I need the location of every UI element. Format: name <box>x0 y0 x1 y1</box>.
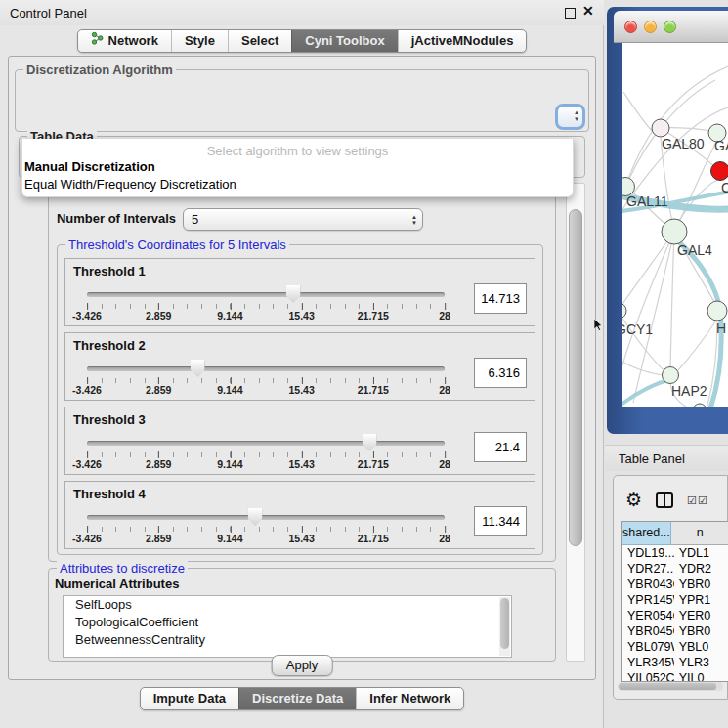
table-row[interactable]: YBL079WYBL0 <box>622 639 728 655</box>
tab-style[interactable]: Style <box>171 30 228 52</box>
cell[interactable]: YER0 <box>674 608 728 623</box>
tab-select[interactable]: Select <box>228 30 291 52</box>
dropdown-option-equal-width-frequency[interactable]: Equal Width/Frequency Discretization <box>22 176 573 193</box>
cell[interactable]: YLR345W <box>622 655 674 670</box>
threshold-2-label: Threshold 2 <box>73 338 146 353</box>
tick-label: 9.144 <box>217 458 242 470</box>
cell[interactable]: YBL079W <box>622 639 674 655</box>
slider-thumb[interactable] <box>248 508 263 526</box>
combo-stepper-icon[interactable]: ▲▼ <box>411 214 417 226</box>
node-h[interactable] <box>707 301 727 321</box>
slider-thumb[interactable] <box>286 285 301 303</box>
tab-discretize-data-label: Discretize Data <box>252 688 343 709</box>
close-icon[interactable]: ✕ <box>582 3 594 19</box>
threshold-4-slider[interactable]: -3.426 2.859 9.144 15.43 21.715 28 <box>87 508 445 545</box>
threshold-2-value-field[interactable]: 6.316 <box>474 358 527 388</box>
node-bottom-partial[interactable] <box>693 404 707 407</box>
table-row[interactable]: YLR345WYLR3 <box>622 655 728 670</box>
cell[interactable]: YIL052C <box>622 670 674 682</box>
network-window-titlebar[interactable] <box>614 11 728 43</box>
minimize-traffic-light-icon[interactable] <box>644 21 657 33</box>
threshold-1-value-field[interactable]: 14.713 <box>474 283 527 314</box>
tab-cyni-toolbox-label: Cyni Toolbox <box>305 30 384 52</box>
cell[interactable]: YDR2 <box>674 561 728 577</box>
slider-thumb[interactable] <box>191 360 205 377</box>
content-scrollbar[interactable] <box>566 183 585 662</box>
node-gal80[interactable] <box>652 119 669 137</box>
float-window-icon[interactable] <box>565 8 576 19</box>
slider-thumb[interactable] <box>363 434 377 451</box>
cell[interactable]: YLR3 <box>674 655 728 670</box>
cell[interactable]: YDR27... <box>622 561 674 577</box>
gear-icon[interactable]: ⚙ <box>625 491 642 510</box>
tick-label: -3.426 <box>72 458 102 470</box>
tab-network-label: Network <box>108 30 158 52</box>
node-attribute-table[interactable]: shared... n YDL19...YDL1 YDR27...YDR2 YB… <box>621 521 728 682</box>
table-row[interactable]: YBR045CYBR0 <box>622 623 728 639</box>
threshold-2-slider[interactable]: -3.426 2.859 9.144 15.43 21.715 28 <box>87 360 445 397</box>
table-panel-header: Table Panel <box>605 445 728 471</box>
column-header-shared-name[interactable]: shared... <box>622 522 671 545</box>
dropdown-prompt: Select algorithm to view settings <box>22 139 573 158</box>
column-view-icon[interactable] <box>656 492 673 508</box>
combo-stepper-icon[interactable]: ▲▼ <box>574 109 579 123</box>
table-horizontal-scrollbar-thumb[interactable] <box>619 683 716 690</box>
tab-infer-network[interactable]: Infer Network <box>356 688 463 709</box>
control-panel: Control Panel ✕ Network Style Select Cyn… <box>0 0 604 728</box>
list-item[interactable]: BetweennessCentrality <box>64 631 511 649</box>
node-hap2[interactable] <box>663 367 679 384</box>
tab-impute-data[interactable]: Impute Data <box>141 688 238 709</box>
list-item[interactable]: SelfLoops <box>64 596 511 614</box>
tab-discretize-data[interactable]: Discretize Data <box>238 688 356 709</box>
node-red-selected[interactable] <box>711 162 728 181</box>
table-horizontal-scrollbar[interactable] <box>618 682 723 691</box>
table-row[interactable]: YDL19...YDL1 <box>622 545 728 561</box>
table-row[interactable]: YPR145WYPR1 <box>622 592 728 608</box>
threshold-4-value-field[interactable]: 11.344 <box>474 506 527 536</box>
cell[interactable]: YER054C <box>622 608 674 623</box>
threshold-3-value-field[interactable]: 21.4 <box>474 432 527 462</box>
node-gcy1[interactable] <box>622 303 626 319</box>
cell[interactable]: YBR0 <box>674 623 728 639</box>
cell[interactable]: YBL0 <box>674 639 728 655</box>
node-gal4[interactable] <box>662 219 687 244</box>
numerical-attributes-list[interactable]: SelfLoops TopologicalCoefficient Between… <box>63 595 512 658</box>
slider-track[interactable] <box>87 441 445 446</box>
tab-jactivemnodules[interactable]: jActiveMNodules <box>398 30 527 52</box>
list-item[interactable]: TopologicalCoefficient <box>64 614 511 631</box>
algorithm-combobox[interactable]: ▲▼ <box>555 104 585 130</box>
table-row[interactable]: YER054CYER0 <box>622 608 728 623</box>
network-canvas[interactable]: GAL80 GA C GAL11 GAL4 GCY1 H HAP2 <box>622 43 728 407</box>
cell[interactable]: YPR1 <box>674 592 728 608</box>
cell[interactable]: YDL1 <box>674 545 728 561</box>
tab-network[interactable]: Network <box>78 30 171 52</box>
network-nodes[interactable] <box>622 119 728 407</box>
cell[interactable]: YDL19... <box>622 545 674 561</box>
number-of-intervals-combobox[interactable]: 5 ▲▼ <box>183 208 423 231</box>
threshold-3-slider[interactable]: -3.426 2.859 9.144 15.43 21.715 28 <box>87 434 445 471</box>
list-scrollbar[interactable] <box>499 597 510 656</box>
cell[interactable]: YIL0 <box>674 670 728 682</box>
cell[interactable]: YBR0 <box>674 577 728 592</box>
close-traffic-light-icon[interactable] <box>624 21 637 33</box>
apply-button[interactable]: Apply <box>272 655 333 676</box>
tab-cyni-toolbox[interactable]: Cyni Toolbox <box>291 30 397 52</box>
number-of-intervals-value: 5 <box>192 212 198 227</box>
cell[interactable]: YBR043C <box>622 577 674 592</box>
slider-track[interactable] <box>87 515 445 520</box>
zoom-traffic-light-icon[interactable] <box>664 21 676 33</box>
column-header-name[interactable]: n <box>671 522 728 545</box>
table-row[interactable]: YDR27...YDR2 <box>622 561 728 577</box>
slider-track[interactable] <box>87 292 445 297</box>
content-scrollbar-thumb[interactable] <box>569 209 582 546</box>
table-row[interactable]: YIL052CYIL0 <box>622 670 728 682</box>
list-scrollbar-thumb[interactable] <box>500 598 509 649</box>
cell[interactable]: YBR045C <box>622 623 674 639</box>
checkbox-icons[interactable]: ☑☑ <box>687 494 708 507</box>
cell[interactable]: YPR145W <box>622 592 674 608</box>
threshold-1-slider[interactable]: -3.426 2.859 9.144 15.43 21.715 28 <box>87 285 445 322</box>
slider-track[interactable] <box>87 366 445 371</box>
dropdown-option-manual-discretization[interactable]: Manual Discretization <box>22 158 573 176</box>
table-row[interactable]: YBR043CYBR0 <box>622 577 728 592</box>
network-view-window[interactable]: GAL80 GA C GAL11 GAL4 GCY1 H HAP2 <box>607 7 728 434</box>
